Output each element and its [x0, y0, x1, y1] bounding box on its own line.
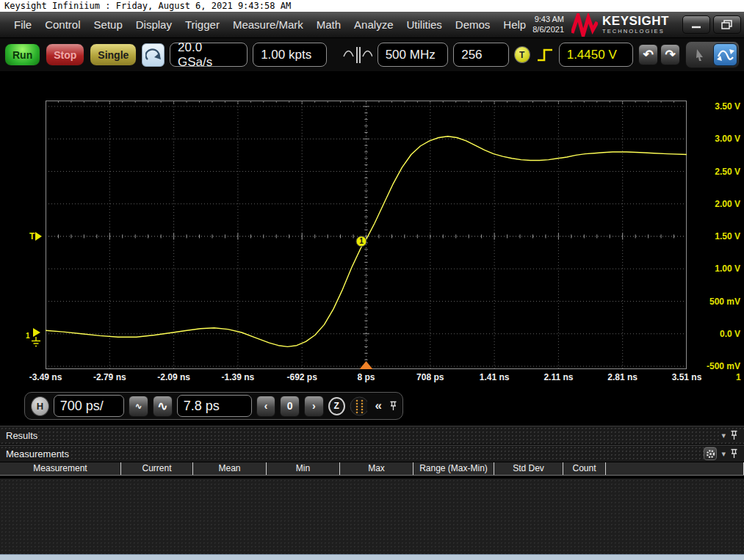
- ground-icon: 1: [25, 325, 44, 349]
- bandwidth-filter-icon: [342, 46, 372, 65]
- waveform-drag-icon: [716, 46, 735, 64]
- y-axis-label: 0.0 V: [720, 329, 740, 339]
- redo-button[interactable]: ↷: [660, 44, 680, 65]
- column-header-min: Min: [267, 462, 340, 475]
- x-axis-label: -2.79 ns: [93, 372, 126, 382]
- keysight-logo: KEYSIGHT TECHNOLOGIES: [571, 13, 669, 37]
- clock-date: 8/6/2021: [532, 25, 564, 35]
- voltage-axis: 3.50 V3.00 V2.50 V2.00 V1.50 V1.00 V500 …: [689, 101, 742, 369]
- menu-item-trigger[interactable]: Trigger: [178, 18, 226, 31]
- brand-subtitle: TECHNOLOGIES: [602, 29, 669, 34]
- horizontal-button[interactable]: H: [31, 396, 49, 416]
- dropdown-arrow-icon[interactable]: ▾: [721, 431, 726, 440]
- menu-item-math[interactable]: Math: [310, 18, 347, 31]
- y-axis-label: 2.50 V: [715, 167, 740, 177]
- column-header-current: Current: [121, 462, 193, 475]
- single-button[interactable]: Single: [90, 43, 137, 66]
- clock: 9:43 AM 8/6/2021: [532, 15, 564, 35]
- pin-icon[interactable]: [730, 430, 738, 440]
- collapse-bar-button[interactable]: «: [372, 399, 384, 413]
- waveform-area: 1 3.50 V3.00 V2.50 V2.00 V1.50 V1.00 V50…: [0, 71, 744, 426]
- column-header-range-max-min-: Range (Max-Min): [413, 462, 494, 475]
- table-header-row: MeasurementCurrentMeanMinMaxRange (Max-M…: [0, 462, 744, 476]
- column-header-mean: Mean: [193, 462, 267, 475]
- menu-item-measure-mark[interactable]: Measure/Mark: [226, 18, 310, 31]
- bandwidth-field[interactable]: 500 MHz: [378, 43, 449, 67]
- stop-button[interactable]: Stop: [46, 43, 84, 66]
- x-axis-label: 3.51 ns: [672, 372, 702, 382]
- minimize-button[interactable]: [682, 15, 710, 34]
- undo-button[interactable]: ↶: [638, 44, 658, 65]
- results-panel-body: [0, 479, 744, 554]
- oscilloscope-screen: Keysight Infiniium : Friday, August 6, 2…: [0, 0, 744, 560]
- position-right-button[interactable]: ›: [304, 396, 324, 417]
- y-axis-label: 3.00 V: [715, 134, 740, 144]
- measurements-settings-button[interactable]: [704, 447, 717, 460]
- autoscale-button[interactable]: [142, 43, 165, 67]
- trigger-level-marker[interactable]: T: [29, 231, 42, 241]
- menu-item-display[interactable]: Display: [129, 18, 178, 31]
- window-titlebar: Keysight Infiniium : Friday, August 6, 2…: [0, 0, 744, 12]
- brand-name: KEYSIGHT: [602, 15, 669, 27]
- bottom-status-strip: [0, 554, 744, 560]
- trigger-source-button[interactable]: T: [514, 46, 530, 63]
- zoom-button[interactable]: Z: [328, 397, 345, 415]
- position-left-button[interactable]: ‹: [256, 396, 276, 417]
- column-header-measurement: Measurement: [0, 462, 121, 475]
- dropdown-arrow-icon[interactable]: ▾: [721, 449, 726, 459]
- time-axis: -3.49 ns-2.79 ns-2.09 ns-1.39 ns-692 ps8…: [0, 372, 744, 387]
- channel1-ground-marker[interactable]: 1: [25, 325, 44, 352]
- horizontal-control-bar: H 700 ps/ ∿ ∿ 7.8 ps ‹ 0 › Z «: [24, 392, 403, 420]
- menu-item-setup[interactable]: Setup: [87, 18, 129, 31]
- restore-icon: [721, 20, 732, 29]
- pin-icon[interactable]: [730, 448, 738, 459]
- menu-item-control[interactable]: Control: [38, 18, 87, 31]
- memory-depth-field[interactable]: 1.00 kpts: [253, 43, 327, 67]
- cursor-icon: [694, 48, 706, 62]
- svg-text:1: 1: [359, 237, 364, 245]
- timebase-compress-button[interactable]: ∿: [129, 396, 148, 417]
- measurements-panel-header: Measurements ▾: [0, 445, 744, 462]
- x-axis-label: 8 ps: [357, 372, 375, 382]
- results-title: Results: [0, 430, 37, 441]
- results-panel-header: Results ▾: [0, 426, 744, 445]
- waveform-display[interactable]: 1: [46, 101, 687, 369]
- column-header-filler: [606, 462, 744, 475]
- x-axis-label: -692 ps: [287, 372, 317, 382]
- pointer-touch-toggle: [685, 41, 740, 68]
- restore-button[interactable]: [713, 15, 741, 34]
- column-header-max: Max: [340, 462, 413, 475]
- x-axis-label: -1.39 ns: [222, 372, 255, 382]
- menu-item-utilities[interactable]: Utilities: [400, 18, 448, 31]
- menu-item-demos[interactable]: Demos: [449, 18, 497, 31]
- y-axis-label: 500 mV: [709, 297, 740, 307]
- averaging-field[interactable]: 256: [453, 43, 509, 67]
- keysight-spark-icon: [571, 13, 598, 37]
- position-zero-button[interactable]: 0: [280, 396, 300, 417]
- clock-time: 9:43 AM: [532, 15, 564, 25]
- pointer-mode-button[interactable]: [687, 43, 712, 66]
- timebase-scale-field[interactable]: 700 ps/: [54, 395, 125, 417]
- timebase-expand-button[interactable]: ∿: [153, 396, 173, 417]
- ground-channel-number: 1: [26, 332, 30, 340]
- run-button[interactable]: Run: [4, 43, 40, 66]
- menu-item-analyze[interactable]: Analyze: [347, 18, 400, 31]
- x-axis-label: -2.09 ns: [157, 372, 190, 382]
- window-title: Keysight Infiniium : Friday, August 6, 2…: [4, 1, 291, 11]
- menu-item-file[interactable]: File: [7, 18, 38, 31]
- acquisition-toolbar: Run Stop Single 20.0 GSa/s 1.00 kpts 500…: [0, 38, 744, 71]
- minimize-icon: [691, 21, 701, 29]
- sample-rate-field[interactable]: 20.0 GSa/s: [170, 43, 248, 67]
- touch-mode-button[interactable]: [713, 43, 737, 66]
- menu-item-help[interactable]: Help: [496, 18, 532, 31]
- trigger-level-field[interactable]: 1.4450 V: [559, 43, 633, 67]
- trigger-edge-icon[interactable]: [535, 46, 554, 64]
- pin-icon[interactable]: [389, 401, 397, 411]
- y-axis-label: 3.50 V: [715, 101, 740, 112]
- segmented-memory-icon[interactable]: [350, 396, 368, 416]
- menu-bar: FileControlSetupDisplayTriggerMeasure/Ma…: [0, 12, 744, 38]
- x-axis-label: 1.41 ns: [480, 372, 510, 382]
- trigger-arrow-icon: [35, 232, 42, 241]
- timebase-position-field[interactable]: 7.8 ps: [177, 395, 252, 417]
- menu-items: FileControlSetupDisplayTriggerMeasure/Ma…: [0, 18, 532, 31]
